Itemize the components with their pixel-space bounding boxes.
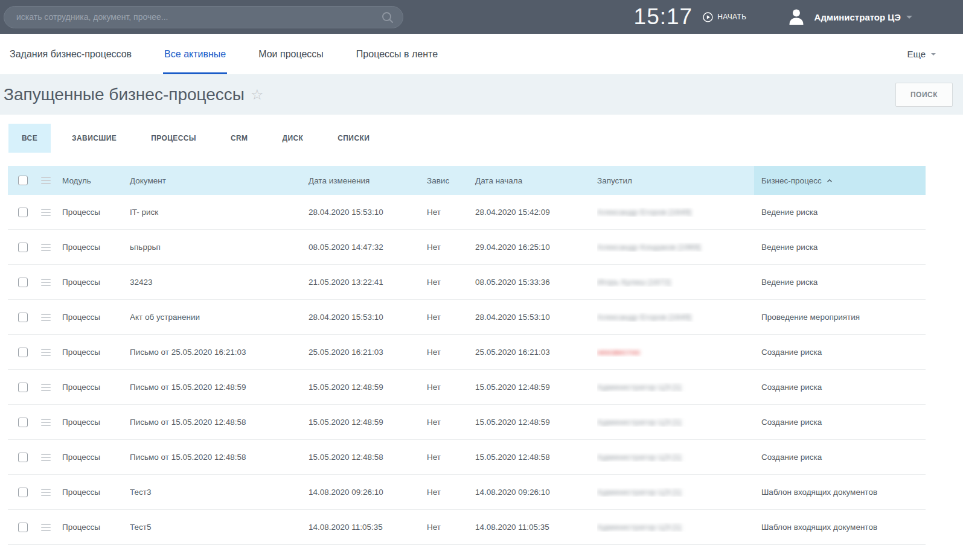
row-menu-cell (36, 242, 62, 253)
table-row: Процессы3242321.05.2020 13:22:41Нет08.05… (8, 265, 926, 300)
search-input[interactable] (16, 12, 375, 22)
cell-document: IT- риск (130, 208, 309, 217)
select-all-checkbox[interactable] (18, 176, 28, 185)
cell-date-started: 15.05.2020 12:48:59 (475, 383, 597, 392)
column-module[interactable]: Модуль (62, 176, 130, 185)
cell-started-by: Игорь Кулиш [1672] (597, 278, 754, 287)
cell-document: Письмо от 15.05.2020 12:48:58 (130, 418, 309, 427)
nav-tab-2[interactable]: Мои процессы (258, 34, 324, 74)
row-menu-icon[interactable] (41, 419, 51, 426)
account-menu[interactable]: Администратор ЦЭ (787, 8, 912, 26)
row-menu-icon[interactable] (41, 314, 51, 321)
row-menu-icon[interactable] (41, 244, 51, 251)
favorite-star-icon[interactable]: ☆ (251, 88, 264, 102)
topbar-right: 15:17 НАЧАТЬ Администратор ЦЭ (634, 4, 963, 30)
cell-date-started: 15.05.2020 12:48:59 (475, 418, 597, 427)
cell-module: Процессы (62, 453, 130, 462)
header-menu-icon[interactable] (41, 177, 51, 184)
row-menu-cell (36, 277, 62, 288)
more-menu[interactable]: Еще (907, 34, 936, 74)
started-by-name: Администратор ЦЭ [1] (597, 523, 682, 532)
filter-tab-0[interactable]: ВСЕ (8, 124, 51, 153)
row-menu-icon[interactable] (41, 489, 51, 496)
nav-tab-0[interactable]: Задания бизнес-процессов (10, 34, 132, 74)
avatar-icon (787, 8, 805, 26)
cell-date-started: 14.08.2020 11:05:35 (475, 523, 597, 532)
row-checkbox[interactable] (18, 243, 28, 252)
cell-stuck: Нет (427, 278, 475, 287)
clock: 15:17 (634, 4, 693, 30)
cell-date-modified: 15.05.2020 12:48:59 (309, 418, 427, 427)
column-date-modified[interactable]: Дата изменения (309, 176, 427, 185)
column-date-started[interactable]: Дата начала (475, 176, 597, 185)
cell-module: Процессы (62, 208, 130, 217)
row-checkbox[interactable] (18, 348, 28, 357)
nav-tab-3[interactable]: Процессы в ленте (356, 34, 438, 74)
cell-module: Процессы (62, 523, 130, 532)
column-stuck[interactable]: Завис (427, 176, 475, 185)
row-checkbox-cell (8, 348, 36, 357)
start-timer-button[interactable]: НАЧАТЬ (703, 12, 746, 22)
row-menu-icon[interactable] (41, 349, 51, 356)
cell-document: 32423 (130, 278, 309, 287)
nav-tab-1[interactable]: Все активные (164, 34, 226, 74)
column-document[interactable]: Документ (130, 176, 309, 185)
filter-bar: ВСЕЗАВИСШИЕПРОЦЕССЫCRMДИСКСПИСКИ (0, 115, 963, 166)
row-checkbox[interactable] (18, 208, 28, 217)
row-menu-cell (36, 207, 62, 218)
filter-tab-5[interactable]: СПИСКИ (324, 124, 383, 153)
search-button[interactable]: ПОИСК (895, 83, 953, 107)
row-menu-icon[interactable] (41, 454, 51, 461)
row-checkbox[interactable] (18, 523, 28, 532)
row-checkbox-cell (8, 313, 36, 322)
table-row: ПроцессыТест314.08.2020 09:26:10Нет14.08… (8, 475, 926, 510)
row-checkbox[interactable] (18, 418, 28, 427)
row-menu-icon[interactable] (41, 279, 51, 286)
column-process[interactable]: Бизнес-процесс (754, 166, 926, 195)
cell-started-by: Александр Кондаков [1969] (597, 243, 754, 252)
cell-started-by: Александр Егоров [1649] (597, 208, 754, 217)
cell-module: Процессы (62, 348, 130, 357)
row-menu-icon[interactable] (41, 384, 51, 391)
row-menu-cell (36, 312, 62, 323)
cell-stuck: Нет (427, 348, 475, 357)
row-checkbox[interactable] (18, 313, 28, 322)
started-by-name: Александр Кондаков [1969] (597, 243, 701, 252)
sort-asc-icon (827, 179, 833, 183)
cell-date-modified: 21.05.2020 13:22:41 (309, 278, 427, 287)
filter-tab-3[interactable]: CRM (217, 124, 261, 153)
filter-tab-1[interactable]: ЗАВИСШИЕ (59, 124, 130, 153)
cell-date-modified: 25.05.2020 16:21:03 (309, 348, 427, 357)
started-by-name: Администратор ЦЭ [1] (597, 418, 682, 427)
row-menu-cell (36, 452, 62, 463)
filter-tab-4[interactable]: ДИСК (269, 124, 317, 153)
row-menu-cell (36, 487, 62, 498)
play-icon (703, 12, 713, 22)
cell-document: Акт об устранении (130, 313, 309, 322)
cell-document: Тест5 (130, 523, 309, 532)
filter-tab-2[interactable]: ПРОЦЕССЫ (138, 124, 210, 153)
cell-date-modified: 14.08.2020 11:05:35 (309, 523, 427, 532)
cell-started-by: неизвестно (597, 348, 754, 357)
global-search[interactable] (4, 6, 403, 28)
search-icon[interactable] (381, 11, 394, 27)
row-checkbox[interactable] (18, 453, 28, 462)
table-header: Модуль Документ Дата изменения Завис Дат… (8, 166, 926, 195)
table-body: ПроцессыIT- риск28.04.2020 15:53:10Нет28… (8, 195, 926, 545)
row-checkbox[interactable] (18, 383, 28, 392)
row-checkbox[interactable] (18, 278, 28, 287)
cell-stuck: Нет (427, 383, 475, 392)
row-menu-icon[interactable] (41, 524, 51, 531)
cell-document: Письмо от 15.05.2020 12:48:58 (130, 453, 309, 462)
cell-document: Письмо от 25.05.2020 16:21:03 (130, 348, 309, 357)
row-menu-icon[interactable] (41, 209, 51, 216)
column-started-by[interactable]: Запустил (597, 176, 754, 185)
cell-date-started: 25.05.2020 16:21:03 (475, 348, 597, 357)
cell-process: Ведение риска (754, 278, 926, 287)
row-menu-cell (36, 382, 62, 393)
started-by-name: неизвестно (597, 348, 640, 357)
cell-stuck: Нет (427, 418, 475, 427)
row-checkbox[interactable] (18, 488, 28, 497)
chevron-down-icon (931, 53, 936, 56)
cell-date-started: 08.05.2020 15:33:36 (475, 278, 597, 287)
